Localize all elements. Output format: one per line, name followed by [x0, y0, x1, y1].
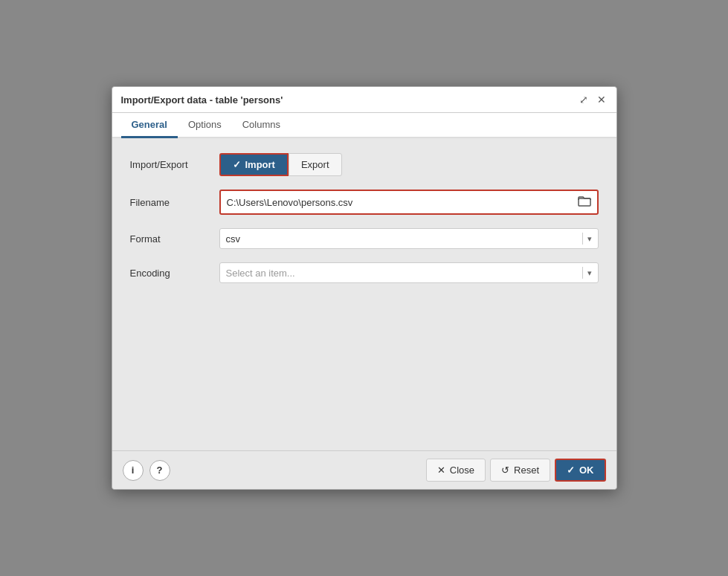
- help-button[interactable]: ?: [149, 460, 170, 481]
- format-dropdown[interactable]: csv ▾: [219, 228, 599, 249]
- import-button[interactable]: Import: [219, 153, 289, 176]
- tab-options[interactable]: Options: [178, 113, 232, 138]
- footer-left: i ?: [123, 460, 170, 481]
- import-export-toggle: Import Export: [219, 153, 599, 176]
- dialog-footer: i ? Close Reset OK: [112, 450, 616, 489]
- help-icon: ?: [157, 465, 163, 476]
- format-value: csv: [226, 233, 578, 245]
- dialog-tabs: General Options Columns: [112, 113, 616, 138]
- tab-columns[interactable]: Columns: [232, 113, 291, 138]
- reset-icon: [501, 465, 509, 476]
- reset-label: Reset: [514, 465, 539, 476]
- ok-button[interactable]: OK: [555, 459, 606, 482]
- encoding-label: Encoding: [130, 268, 219, 279]
- close-icon: [437, 465, 445, 476]
- dialog-titlebar: Import/Export data - table 'persons' ✕: [112, 87, 616, 113]
- info-button[interactable]: i: [123, 460, 144, 481]
- dialog-body: Import/Export Import Export Filename: [112, 138, 616, 450]
- import-export-row: Import/Export Import Export: [130, 153, 599, 176]
- footer-right: Close Reset OK: [426, 459, 606, 482]
- close-title-icon[interactable]: ✕: [596, 93, 608, 106]
- format-divider: [582, 233, 583, 245]
- tab-general[interactable]: General: [121, 113, 178, 138]
- export-button[interactable]: Export: [289, 153, 342, 176]
- format-label: Format: [130, 233, 219, 245]
- reset-button[interactable]: Reset: [490, 459, 550, 482]
- ok-label: OK: [579, 465, 594, 476]
- encoding-row: Encoding Select an item... ▾: [130, 262, 599, 283]
- browse-folder-icon[interactable]: [578, 195, 591, 210]
- encoding-dropdown[interactable]: Select an item... ▾: [219, 262, 599, 283]
- encoding-dropdown-wrapper: Select an item... ▾: [219, 262, 599, 283]
- info-icon: i: [132, 465, 135, 476]
- encoding-placeholder: Select an item...: [226, 268, 578, 279]
- encoding-divider: [582, 267, 583, 279]
- filename-label: Filename: [130, 197, 219, 208]
- filename-input[interactable]: [227, 197, 575, 208]
- close-button[interactable]: Close: [426, 459, 486, 482]
- titlebar-icons: ✕: [578, 93, 608, 106]
- filename-row: Filename: [130, 190, 599, 215]
- import-check-icon: [233, 159, 241, 170]
- svg-rect-0: [579, 198, 590, 206]
- import-button-label: Import: [245, 159, 275, 170]
- format-row: Format csv ▾: [130, 228, 599, 249]
- expand-icon[interactable]: [578, 93, 590, 106]
- export-button-label: Export: [301, 159, 329, 170]
- close-label: Close: [450, 465, 474, 476]
- format-arrow-icon: ▾: [587, 234, 592, 244]
- format-dropdown-wrapper: csv ▾: [219, 228, 599, 249]
- dialog-title: Import/Export data - table 'persons': [121, 94, 283, 106]
- encoding-arrow-icon: ▾: [587, 268, 592, 278]
- import-export-label: Import/Export: [130, 159, 219, 170]
- import-export-dialog: Import/Export data - table 'persons' ✕ G…: [112, 86, 617, 490]
- filename-input-wrapper: [219, 190, 599, 215]
- ok-check-icon: [567, 465, 575, 476]
